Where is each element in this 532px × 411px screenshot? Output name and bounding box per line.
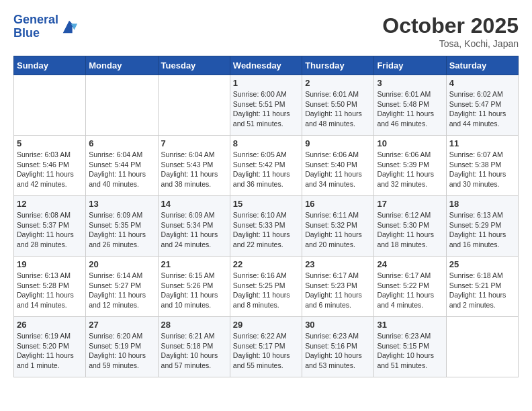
day-number: 28	[161, 320, 227, 330]
day-number: 6	[89, 138, 154, 148]
day-number: 8	[233, 138, 299, 148]
day-info: Sunrise: 6:10 AMSunset: 5:33 PMDaylight:…	[233, 210, 299, 250]
day-info: Sunrise: 6:02 AMSunset: 5:47 PMDaylight:…	[449, 89, 515, 129]
calendar-cell: 19Sunrise: 6:13 AMSunset: 5:28 PMDayligh…	[14, 257, 86, 317]
day-number: 1	[233, 78, 299, 88]
calendar-week-row: 1Sunrise: 6:00 AMSunset: 5:51 PMDaylight…	[14, 75, 519, 136]
weekday-header-row: SundayMondayTuesdayWednesdayThursdayFrid…	[14, 56, 519, 75]
day-info: Sunrise: 6:08 AMSunset: 5:37 PMDaylight:…	[17, 210, 83, 250]
day-number: 30	[305, 320, 371, 330]
calendar-cell: 14Sunrise: 6:09 AMSunset: 5:34 PMDayligh…	[158, 196, 230, 257]
day-number: 31	[377, 320, 443, 330]
day-number: 25	[449, 259, 515, 269]
day-number: 14	[161, 199, 227, 209]
day-info: Sunrise: 6:16 AMSunset: 5:25 PMDaylight:…	[233, 271, 299, 310]
calendar-cell: 15Sunrise: 6:10 AMSunset: 5:33 PMDayligh…	[230, 196, 302, 257]
calendar-table: SundayMondayTuesdayWednesdayThursdayFrid…	[13, 56, 519, 377]
day-info: Sunrise: 6:06 AMSunset: 5:39 PMDaylight:…	[377, 150, 443, 189]
calendar-cell: 30Sunrise: 6:23 AMSunset: 5:16 PMDayligh…	[302, 317, 374, 377]
day-info: Sunrise: 6:23 AMSunset: 5:16 PMDaylight:…	[305, 331, 371, 371]
day-number: 12	[17, 199, 83, 209]
calendar-cell	[446, 317, 518, 377]
day-number: 13	[89, 199, 154, 209]
day-info: Sunrise: 6:18 AMSunset: 5:21 PMDaylight:…	[449, 271, 515, 310]
day-number: 15	[233, 199, 299, 209]
day-number: 29	[233, 320, 299, 330]
calendar-cell: 17Sunrise: 6:12 AMSunset: 5:30 PMDayligh…	[374, 196, 446, 257]
day-info: Sunrise: 6:12 AMSunset: 5:30 PMDaylight:…	[377, 210, 443, 250]
day-number: 3	[377, 78, 443, 88]
weekday-header-monday: Monday	[86, 56, 158, 75]
calendar-week-row: 12Sunrise: 6:08 AMSunset: 5:37 PMDayligh…	[14, 196, 519, 257]
day-info: Sunrise: 6:07 AMSunset: 5:38 PMDaylight:…	[449, 150, 515, 189]
day-number: 2	[305, 78, 371, 88]
day-info: Sunrise: 6:09 AMSunset: 5:34 PMDaylight:…	[161, 210, 227, 250]
logo-text: General Blue	[13, 13, 58, 40]
day-number: 5	[17, 138, 83, 148]
logo: General Blue	[13, 13, 79, 40]
day-number: 18	[449, 199, 515, 209]
calendar-cell: 11Sunrise: 6:07 AMSunset: 5:38 PMDayligh…	[446, 136, 518, 196]
day-info: Sunrise: 6:13 AMSunset: 5:28 PMDaylight:…	[17, 271, 83, 310]
day-info: Sunrise: 6:01 AMSunset: 5:48 PMDaylight:…	[377, 89, 443, 129]
calendar-cell: 12Sunrise: 6:08 AMSunset: 5:37 PMDayligh…	[14, 196, 86, 257]
weekday-header-saturday: Saturday	[446, 56, 518, 75]
day-number: 23	[305, 259, 371, 269]
day-info: Sunrise: 6:04 AMSunset: 5:43 PMDaylight:…	[161, 150, 227, 189]
calendar-cell: 16Sunrise: 6:11 AMSunset: 5:32 PMDayligh…	[302, 196, 374, 257]
day-number: 4	[449, 78, 515, 88]
weekday-header-thursday: Thursday	[302, 56, 374, 75]
day-info: Sunrise: 6:15 AMSunset: 5:26 PMDaylight:…	[161, 271, 227, 310]
page-header: General Blue October 2025 Tosa, Kochi, J…	[13, 13, 519, 49]
day-info: Sunrise: 6:13 AMSunset: 5:29 PMDaylight:…	[449, 210, 515, 250]
day-info: Sunrise: 6:21 AMSunset: 5:18 PMDaylight:…	[161, 331, 227, 371]
day-number: 20	[89, 259, 154, 269]
calendar-cell: 20Sunrise: 6:14 AMSunset: 5:27 PMDayligh…	[86, 257, 158, 317]
calendar-week-row: 26Sunrise: 6:19 AMSunset: 5:20 PMDayligh…	[14, 317, 519, 377]
weekday-header-sunday: Sunday	[14, 56, 86, 75]
day-info: Sunrise: 6:22 AMSunset: 5:17 PMDaylight:…	[233, 331, 299, 371]
calendar-cell: 1Sunrise: 6:00 AMSunset: 5:51 PMDaylight…	[230, 75, 302, 136]
calendar-cell: 7Sunrise: 6:04 AMSunset: 5:43 PMDaylight…	[158, 136, 230, 196]
month-title: October 2025	[382, 13, 519, 38]
calendar-cell: 28Sunrise: 6:21 AMSunset: 5:18 PMDayligh…	[158, 317, 230, 377]
day-number: 22	[233, 259, 299, 269]
day-info: Sunrise: 6:09 AMSunset: 5:35 PMDaylight:…	[89, 210, 154, 250]
day-info: Sunrise: 6:04 AMSunset: 5:44 PMDaylight:…	[89, 150, 154, 189]
calendar-cell	[86, 75, 158, 136]
day-number: 19	[17, 259, 83, 269]
day-info: Sunrise: 6:03 AMSunset: 5:46 PMDaylight:…	[17, 150, 83, 189]
calendar-cell: 18Sunrise: 6:13 AMSunset: 5:29 PMDayligh…	[446, 196, 518, 257]
calendar-cell: 23Sunrise: 6:17 AMSunset: 5:23 PMDayligh…	[302, 257, 374, 317]
weekday-header-wednesday: Wednesday	[230, 56, 302, 75]
day-info: Sunrise: 6:06 AMSunset: 5:40 PMDaylight:…	[305, 150, 371, 189]
day-info: Sunrise: 6:19 AMSunset: 5:20 PMDaylight:…	[17, 331, 83, 371]
day-info: Sunrise: 6:17 AMSunset: 5:22 PMDaylight:…	[377, 271, 443, 310]
title-block: October 2025 Tosa, Kochi, Japan	[382, 13, 519, 49]
calendar-week-row: 19Sunrise: 6:13 AMSunset: 5:28 PMDayligh…	[14, 257, 519, 317]
logo-icon	[60, 17, 79, 36]
logo-blue: Blue	[13, 26, 40, 40]
day-number: 24	[377, 259, 443, 269]
day-info: Sunrise: 6:01 AMSunset: 5:50 PMDaylight:…	[305, 89, 371, 129]
weekday-header-tuesday: Tuesday	[158, 56, 230, 75]
location: Tosa, Kochi, Japan	[382, 38, 519, 49]
day-info: Sunrise: 6:11 AMSunset: 5:32 PMDaylight:…	[305, 210, 371, 250]
calendar-cell: 4Sunrise: 6:02 AMSunset: 5:47 PMDaylight…	[446, 75, 518, 136]
calendar-cell: 5Sunrise: 6:03 AMSunset: 5:46 PMDaylight…	[14, 136, 86, 196]
calendar-cell: 31Sunrise: 6:23 AMSunset: 5:15 PMDayligh…	[374, 317, 446, 377]
calendar-cell: 6Sunrise: 6:04 AMSunset: 5:44 PMDaylight…	[86, 136, 158, 196]
day-number: 16	[305, 199, 371, 209]
weekday-header-friday: Friday	[374, 56, 446, 75]
day-info: Sunrise: 6:17 AMSunset: 5:23 PMDaylight:…	[305, 271, 371, 310]
calendar-cell: 3Sunrise: 6:01 AMSunset: 5:48 PMDaylight…	[374, 75, 446, 136]
day-number: 17	[377, 199, 443, 209]
day-info: Sunrise: 6:05 AMSunset: 5:42 PMDaylight:…	[233, 150, 299, 189]
calendar-cell: 26Sunrise: 6:19 AMSunset: 5:20 PMDayligh…	[14, 317, 86, 377]
calendar-cell: 2Sunrise: 6:01 AMSunset: 5:50 PMDaylight…	[302, 75, 374, 136]
day-info: Sunrise: 6:14 AMSunset: 5:27 PMDaylight:…	[89, 271, 154, 310]
calendar-cell: 29Sunrise: 6:22 AMSunset: 5:17 PMDayligh…	[230, 317, 302, 377]
calendar-cell: 27Sunrise: 6:20 AMSunset: 5:19 PMDayligh…	[86, 317, 158, 377]
day-info: Sunrise: 6:00 AMSunset: 5:51 PMDaylight:…	[233, 89, 299, 129]
logo-general: General	[13, 13, 58, 26]
